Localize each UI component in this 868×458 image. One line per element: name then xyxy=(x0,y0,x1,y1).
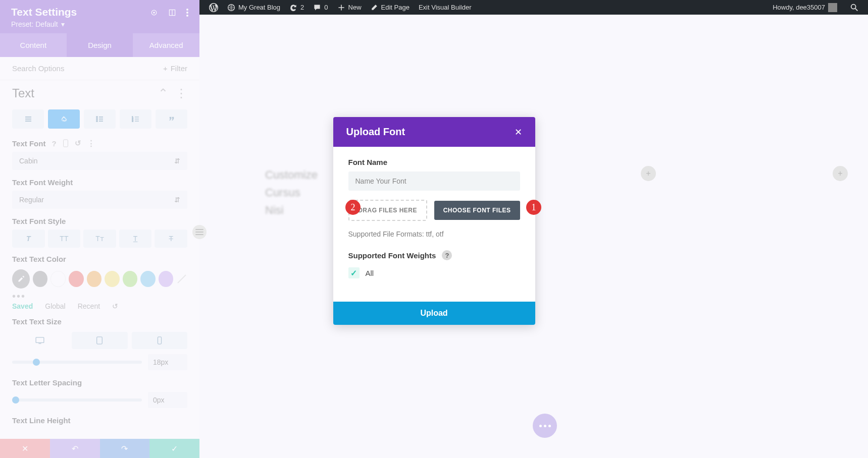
svg-point-9 xyxy=(96,119,97,120)
comments-button[interactable]: 0 xyxy=(309,0,332,15)
target-icon[interactable] xyxy=(150,9,158,17)
builder-actions-button[interactable] xyxy=(533,414,557,438)
tab-content[interactable]: Content xyxy=(0,33,67,57)
home-icon xyxy=(227,4,235,12)
svg-point-5 xyxy=(186,9,188,11)
svg-rect-17 xyxy=(158,337,161,344)
preset-selector[interactable]: Preset: Default ▾ xyxy=(11,20,77,28)
user-greeting-button[interactable]: Howdy, dee35007 xyxy=(768,0,842,15)
spacing-slider[interactable] xyxy=(12,398,142,402)
device-tablet[interactable] xyxy=(72,332,127,349)
upload-font-modal: Upload Font ✕ Font Name DRAG FILES HERE … xyxy=(333,117,535,325)
add-section-button[interactable]: + xyxy=(833,166,848,181)
all-weights-checkbox[interactable]: ✓ xyxy=(348,267,360,278)
panel-save-button[interactable]: ✓ xyxy=(149,439,199,458)
panel-footer: ✕ ↶ ↷ ✓ xyxy=(0,439,199,458)
recent-recent[interactable]: Recent xyxy=(78,302,100,310)
svg-rect-4 xyxy=(169,10,175,15)
panel-close-button[interactable]: ✕ xyxy=(0,439,50,458)
panel-undo-button[interactable]: ↶ xyxy=(50,439,100,458)
device-desktop[interactable] xyxy=(12,332,68,349)
swatch-blue[interactable] xyxy=(140,271,155,287)
close-icon[interactable]: ✕ xyxy=(515,128,522,137)
subtab-ol[interactable]: 123 xyxy=(120,109,151,129)
style-smallcaps[interactable]: Tᴛ xyxy=(83,230,116,248)
swatch-gray[interactable] xyxy=(33,271,47,287)
add-section-button[interactable]: + xyxy=(641,166,656,181)
svg-rect-16 xyxy=(97,337,103,344)
subtab-ul[interactable] xyxy=(84,109,116,129)
search-input[interactable]: Search Options xyxy=(12,64,64,73)
panel-redo-button[interactable]: ↷ xyxy=(100,439,150,458)
filter-button[interactable]: + Filter xyxy=(163,64,187,73)
swatch-white[interactable] xyxy=(50,271,66,287)
tab-design[interactable]: Design xyxy=(67,33,133,57)
subtab-a[interactable] xyxy=(48,109,80,129)
chevron-up-icon[interactable]: ⌃ xyxy=(158,86,168,100)
wp-logo-button[interactable] xyxy=(205,0,223,15)
edit-page-label: Edit Page xyxy=(381,4,410,11)
device-phone[interactable] xyxy=(132,332,187,349)
admin-bar-left: My Great Blog 2 0 New Edit Page Exit Vis… xyxy=(205,0,476,15)
more-icon[interactable]: ⋮ xyxy=(175,86,187,100)
site-name-button[interactable]: My Great Blog xyxy=(223,0,285,15)
recent-global[interactable]: Global xyxy=(45,302,65,310)
swatch-purple[interactable] xyxy=(159,271,173,287)
plus-icon xyxy=(337,4,345,12)
new-button[interactable]: New xyxy=(333,0,366,15)
style-underline[interactable]: T xyxy=(119,230,152,248)
more-swatches-icon[interactable]: ••• xyxy=(0,291,199,302)
panel-title: Text Settings xyxy=(11,6,77,18)
style-caps[interactable]: TT xyxy=(48,230,81,248)
font-select[interactable]: Cabin ⇵ xyxy=(12,152,187,170)
upload-button[interactable]: Upload xyxy=(333,302,535,325)
more-icon[interactable]: ⋮ xyxy=(87,139,95,148)
prop-spacing: Text Letter Spacing xyxy=(0,373,199,389)
blurred-content: Customize Cursus Nisi xyxy=(265,166,318,219)
choose-files-button[interactable]: CHOOSE FONT FILES xyxy=(434,201,520,220)
comment-icon xyxy=(313,4,321,12)
swatch-none[interactable] xyxy=(176,273,187,284)
columns-icon[interactable] xyxy=(168,9,176,17)
swatch-red[interactable] xyxy=(69,271,83,287)
all-label: All xyxy=(366,269,374,277)
recent-saved[interactable]: Saved xyxy=(12,302,33,310)
refresh-button[interactable]: 2 xyxy=(285,0,309,15)
style-italic[interactable]: T xyxy=(12,230,45,248)
drag-drop-zone[interactable]: DRAG FILES HERE xyxy=(348,200,427,221)
spacing-value[interactable]: 0px xyxy=(148,392,187,408)
subtab-quote[interactable] xyxy=(156,109,187,129)
refresh-count: 2 xyxy=(300,4,304,11)
reset-icon[interactable]: ↺ xyxy=(112,302,118,310)
panel-drag-handle[interactable] xyxy=(192,225,207,239)
site-name: My Great Blog xyxy=(238,4,280,11)
swatch-yellow[interactable] xyxy=(105,271,119,287)
style-strike[interactable]: T xyxy=(155,230,187,248)
swatch-dropper[interactable] xyxy=(12,269,30,289)
subtab-p[interactable] xyxy=(12,109,44,129)
collapse-icons: ⌃ ⋮ xyxy=(158,86,187,100)
size-value[interactable]: 18px xyxy=(148,354,187,370)
font-name-input[interactable] xyxy=(348,171,520,191)
prop-color: Text Text Color xyxy=(0,250,199,265)
help-icon[interactable]: ? xyxy=(442,250,452,260)
swatch-green[interactable] xyxy=(123,271,137,287)
modal-header: Upload Font ✕ xyxy=(333,117,535,147)
supported-formats-text: Supported File Formats: ttf, otf xyxy=(348,230,520,238)
edit-page-button[interactable]: Edit Page xyxy=(366,0,414,15)
reset-icon[interactable]: ↺ xyxy=(75,139,81,148)
svg-point-1 xyxy=(851,4,856,9)
swatch-orange[interactable] xyxy=(87,271,101,287)
weight-select[interactable]: Regular ⇵ xyxy=(12,191,187,209)
tab-advanced[interactable]: Advanced xyxy=(133,33,199,57)
help-icon[interactable]: ? xyxy=(52,139,56,148)
size-slider[interactable] xyxy=(12,361,142,364)
exit-visual-builder-button[interactable]: Exit Visual Builder xyxy=(414,0,476,15)
more-icon[interactable] xyxy=(186,9,188,17)
mobile-icon[interactable] xyxy=(63,139,69,147)
section-text[interactable]: Text ⌃ ⋮ xyxy=(0,80,199,104)
wordpress-icon xyxy=(209,3,218,12)
comment-count: 0 xyxy=(324,4,328,11)
prop-lineheight: Text Line Height xyxy=(0,411,199,427)
admin-search-button[interactable] xyxy=(846,3,863,12)
